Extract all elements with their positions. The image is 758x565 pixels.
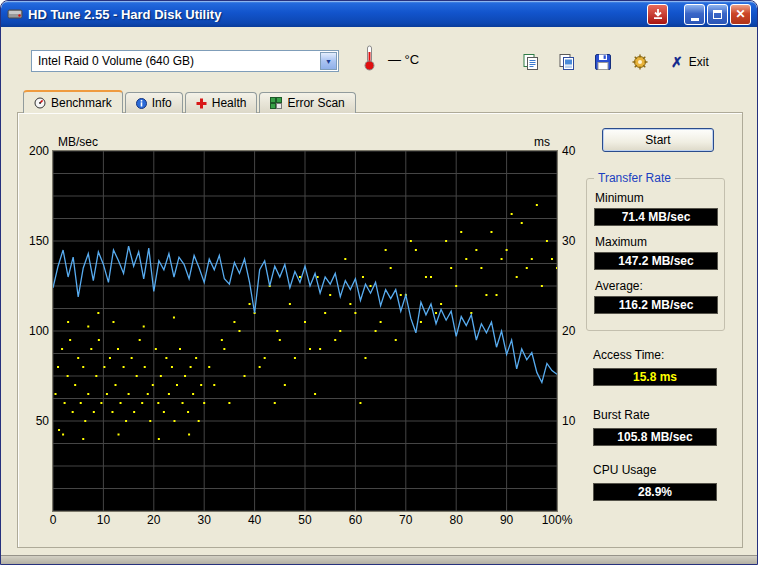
maximize-icon: [713, 10, 722, 19]
drive-select[interactable]: Intel Raid 0 Volume (640 GB) ▼: [31, 50, 339, 72]
info-icon: [136, 98, 147, 109]
chevron-down-icon[interactable]: ▼: [320, 52, 337, 70]
minimize-icon: [691, 18, 699, 21]
save-icon: [594, 53, 612, 71]
close-icon: ✕: [735, 7, 745, 21]
burst-rate-label: Burst Rate: [593, 408, 650, 422]
window-bottom-edge: [1, 555, 757, 564]
axis-tick: 20: [562, 324, 575, 338]
axis-tick: 80: [438, 513, 474, 527]
access-time-label: Access Time:: [593, 348, 664, 362]
axis-tick: 30: [562, 234, 575, 248]
error-scan-icon: [270, 97, 282, 109]
hdtune-window: HD Tune 2.55 - Hard Disk Utility ✕ Intel…: [0, 0, 758, 565]
axis-tick: 100: [19, 324, 49, 338]
exit-button[interactable]: ✗ Exit: [667, 51, 713, 73]
y-right-axis-label: ms: [534, 135, 550, 149]
download-icon: [652, 8, 664, 20]
exit-x-icon: ✗: [671, 54, 683, 70]
cpu-usage-label: CPU Usage: [593, 463, 656, 477]
minimum-value: 71.4 MB/sec: [594, 208, 718, 226]
axis-tick: 200: [19, 144, 49, 158]
axis-tick: 10: [562, 414, 575, 428]
axis-tick: 150: [19, 234, 49, 248]
options-icon: [631, 53, 649, 71]
average-label: Average:: [595, 279, 643, 293]
tab-label: Benchmark: [51, 96, 112, 110]
window-title: HD Tune 2.55 - Hard Disk Utility: [28, 7, 645, 22]
tab-label: Health: [212, 96, 247, 110]
axis-tick: 90: [489, 513, 525, 527]
maximize-button[interactable]: [707, 4, 728, 25]
title-bar[interactable]: HD Tune 2.55 - Hard Disk Utility ✕: [1, 1, 757, 27]
axis-tick: 50: [287, 513, 323, 527]
thermometer-icon: [363, 44, 376, 75]
access-time-value: 15.8 ms: [593, 368, 717, 386]
benchmark-plot: [52, 150, 558, 512]
axis-tick: 60: [337, 513, 373, 527]
tab-info[interactable]: Info: [125, 92, 183, 113]
axis-tick: 70: [388, 513, 424, 527]
close-button[interactable]: ✕: [730, 4, 751, 25]
start-button[interactable]: Start: [602, 128, 714, 152]
app-icon[interactable]: [7, 6, 23, 22]
axis-tick: 40: [237, 513, 273, 527]
minimum-label: Minimum: [595, 191, 644, 205]
burst-rate-value: 105.8 MB/sec: [593, 428, 717, 446]
toolbar: Intel Raid 0 Volume (640 GB) ▼ — °C: [1, 27, 757, 89]
maximum-value: 147.2 MB/sec: [594, 252, 718, 270]
transfer-rate-group: Transfer Rate Minimum 71.4 MB/sec Maximu…: [586, 178, 725, 331]
axis-tick: 40: [562, 144, 575, 158]
transfer-rate-group-title: Transfer Rate: [594, 171, 675, 185]
copy-text-button[interactable]: [518, 49, 543, 74]
maximum-label: Maximum: [595, 235, 647, 249]
temperature-value: — °C: [388, 52, 419, 67]
exit-label: Exit: [689, 55, 709, 69]
health-icon: [196, 98, 207, 109]
tab-error-scan[interactable]: Error Scan: [259, 92, 355, 113]
cpu-usage-value: 28.9%: [593, 483, 717, 501]
tab-bar: Benchmark Info Health: [23, 90, 358, 113]
y-left-axis-label: MB/sec: [58, 135, 98, 149]
axis-tick: 100%: [539, 513, 575, 527]
axis-tick: 50: [19, 414, 49, 428]
minimize-button[interactable]: [684, 4, 705, 25]
save-screenshot-button[interactable]: [590, 49, 615, 74]
axis-tick: 0: [35, 513, 71, 527]
copy-screenshot-icon: [558, 53, 576, 71]
axis-tick: 10: [85, 513, 121, 527]
axis-tick: 30: [186, 513, 222, 527]
drive-select-value: Intel Raid 0 Volume (640 GB): [38, 54, 194, 68]
copy-text-icon: [522, 53, 540, 71]
copy-screenshot-button[interactable]: [554, 49, 579, 74]
tab-health[interactable]: Health: [185, 92, 258, 113]
tab-label: Error Scan: [287, 96, 344, 110]
tab-benchmark[interactable]: Benchmark: [23, 90, 123, 113]
axis-tick: 20: [136, 513, 172, 527]
download-button[interactable]: [647, 4, 668, 25]
average-value: 116.2 MB/sec: [594, 296, 718, 314]
options-button[interactable]: [627, 49, 652, 74]
benchmark-icon: [34, 97, 46, 109]
tab-label: Info: [152, 96, 172, 110]
